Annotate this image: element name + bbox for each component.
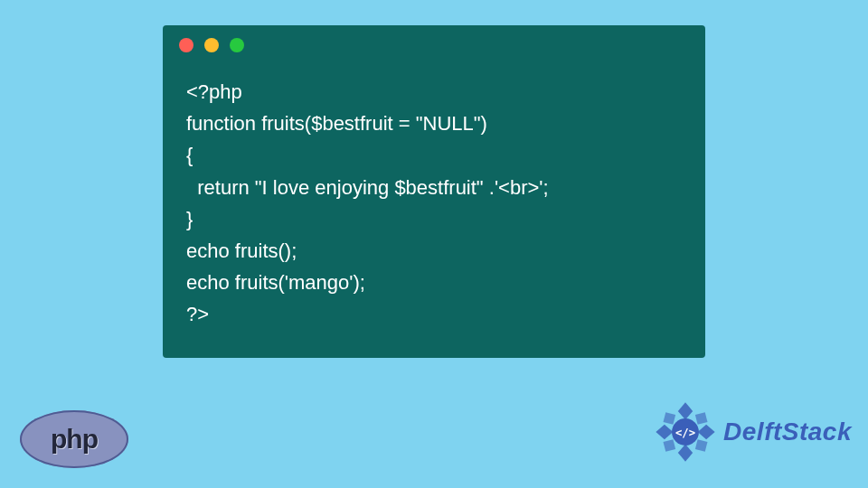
svg-marker-7 (695, 439, 708, 452)
svg-text:</>: </> (675, 427, 695, 439)
code-line: echo fruits(); (186, 239, 297, 262)
code-line: { (186, 144, 193, 166)
code-line: } (186, 208, 193, 230)
code-line: echo fruits('mango'); (186, 271, 365, 294)
svg-marker-0 (678, 402, 693, 419)
svg-marker-6 (664, 439, 676, 452)
php-logo: php (20, 410, 128, 468)
code-line: <?php (186, 80, 242, 103)
delftstack-logo: </> DelftStack (655, 401, 852, 463)
code-line: function fruits($bestfruit = "NULL") (186, 112, 487, 135)
delftstack-label: DelftStack (723, 418, 852, 446)
maximize-icon (230, 38, 244, 52)
php-logo-text: php (51, 424, 98, 455)
code-line: ?> (186, 303, 209, 325)
code-line: return "I love enjoying $bestfruit" .'<b… (186, 176, 549, 199)
svg-marker-1 (678, 445, 693, 462)
delftstack-icon: </> (655, 401, 716, 463)
svg-marker-3 (698, 425, 715, 439)
svg-marker-5 (695, 412, 708, 425)
code-block: <?php function fruits($bestfruit = "NULL… (163, 65, 705, 331)
window-titlebar (163, 25, 705, 65)
close-icon (179, 38, 193, 52)
minimize-icon (204, 38, 219, 52)
svg-marker-4 (664, 412, 676, 425)
code-window: <?php function fruits($bestfruit = "NULL… (163, 25, 705, 358)
svg-marker-2 (656, 425, 673, 439)
